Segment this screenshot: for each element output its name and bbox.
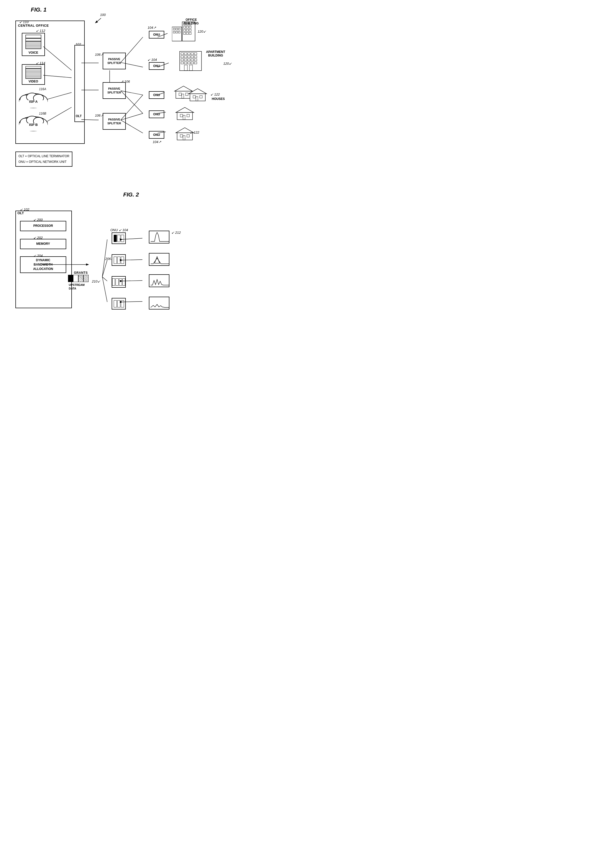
dba-label: DYNAMICBANDWIDTHALLOCATION bbox=[33, 258, 53, 271]
legend-onu: ONU = OPTICAL NETWORK UNIT bbox=[18, 159, 69, 165]
svg-line-94 bbox=[96, 18, 101, 22]
ref-104-2: ↙ 104 bbox=[148, 58, 157, 62]
onu-box-2: ONU bbox=[149, 62, 164, 70]
ref-104-3: 104↗ bbox=[153, 140, 161, 144]
fig2-container: FIG. 2 ↙ 102 OLT ↙ 200 PROCESSOR ↙ 202 M… bbox=[5, 190, 241, 339]
legend-box: OLT = OPTICAL LINE TERMINATOR ONU = OPTI… bbox=[15, 151, 72, 167]
processor-box: PROCESSOR bbox=[20, 221, 66, 231]
svg-rect-80 bbox=[190, 94, 205, 101]
svg-rect-0 bbox=[26, 35, 41, 38]
slot-hatched bbox=[78, 275, 84, 282]
onu-box-3: ONU bbox=[149, 91, 164, 99]
passive-splitter-3-label: PASSIVESPLITTER bbox=[107, 117, 121, 125]
svg-marker-115 bbox=[155, 256, 160, 263]
ref-110: ↙ 110 bbox=[19, 20, 29, 24]
ref-122-2: ↙ 122 bbox=[190, 131, 199, 134]
svg-rect-8 bbox=[26, 41, 41, 49]
upstream-data-label: UPSTREAMDATA bbox=[69, 283, 85, 290]
ref-100: 100 bbox=[100, 13, 106, 17]
fig2-title: FIG. 2 bbox=[123, 191, 139, 198]
passive-splitter-2-label: PASSIVESPLITTER bbox=[107, 87, 121, 94]
passive-splitter-2: PASSIVESPLITTER bbox=[103, 82, 126, 99]
ref-120-1: 120↙ bbox=[198, 29, 206, 34]
video-icon bbox=[24, 66, 43, 79]
central-office-label: CENTRAL OFFICE bbox=[18, 24, 49, 27]
page: FIG. 1 100 ↙ 110 CENTRAL OFFICE ↙ 112 bbox=[0, 0, 246, 344]
ref-106-3: 106↗ bbox=[95, 113, 103, 117]
fig2-ref-104: ONU ↙ 104 bbox=[110, 228, 128, 232]
onu-label-2: ONU bbox=[153, 64, 160, 68]
office-building-label: OFFICE BUILDING bbox=[179, 18, 203, 25]
memory-box: MEMORY bbox=[20, 239, 66, 249]
waveform-1-svg bbox=[149, 231, 169, 244]
voice-device: VOICE bbox=[22, 33, 45, 56]
svg-text:ISP B: ISP B bbox=[29, 123, 38, 127]
ref-112: ↙ 112 bbox=[36, 29, 45, 33]
waveform-4 bbox=[149, 297, 169, 310]
svg-text:ISP A: ISP A bbox=[29, 100, 38, 104]
video-device: VIDEO bbox=[22, 64, 45, 85]
olt-label: OLT bbox=[76, 114, 82, 118]
svg-rect-1 bbox=[26, 38, 41, 41]
svg-marker-84 bbox=[176, 107, 194, 113]
onu-slots-3 bbox=[112, 276, 126, 288]
onu-box-5: ONU bbox=[149, 131, 164, 139]
passive-splitter-3: PASSIVESPLITTER bbox=[103, 113, 126, 130]
memory-label: MEMORY bbox=[36, 242, 50, 246]
fig1-title: FIG. 1 bbox=[31, 6, 46, 13]
upstream-data-container bbox=[68, 275, 88, 282]
waveform-4-svg bbox=[149, 297, 169, 310]
isp-a-cloud: ISP A bbox=[18, 90, 49, 109]
grants-label: GRANTS bbox=[74, 271, 88, 274]
slot-black bbox=[68, 275, 73, 282]
ref-104-1: 104↗ bbox=[148, 26, 156, 29]
fig2-olt-label: OLT bbox=[17, 211, 24, 215]
ref-122-1: ↙ 122 bbox=[210, 93, 220, 96]
slot-crosshatched bbox=[84, 275, 88, 282]
ref-120-2: 120↙ bbox=[223, 62, 232, 66]
onu-box-1: ONU bbox=[149, 31, 164, 38]
legend-olt: OLT = OPTICAL LINE TERMINATOR bbox=[18, 154, 69, 159]
passive-splitter-1: PASSIVESPLITTER bbox=[103, 53, 126, 69]
ref-106-2: ↗ 106 bbox=[121, 79, 130, 84]
svg-rect-9 bbox=[26, 66, 41, 68]
fig2-ref-212: ↙ 212 bbox=[172, 231, 181, 235]
svg-line-118 bbox=[102, 260, 107, 277]
processor-label: PROCESSOR bbox=[33, 224, 53, 228]
svg-rect-18 bbox=[26, 68, 41, 79]
voice-label: VOICE bbox=[29, 51, 38, 55]
voice-icon bbox=[24, 34, 43, 51]
onu-slots-2 bbox=[112, 254, 126, 266]
onu-label-5: ONU bbox=[153, 133, 160, 137]
video-label: VIDEO bbox=[29, 79, 38, 83]
house-3-icon bbox=[172, 106, 198, 120]
waveform-3-svg bbox=[149, 275, 169, 287]
passive-splitter-1-label: PASSIVESPLITTER bbox=[107, 57, 121, 65]
ref-106-1: 106↗ bbox=[95, 53, 103, 56]
isp-b-cloud: ISP B bbox=[18, 113, 49, 132]
waveform-1 bbox=[149, 231, 169, 244]
onu-slots-1 bbox=[112, 232, 126, 244]
onu-label-3: ONU bbox=[153, 93, 160, 97]
olt-box bbox=[75, 45, 85, 122]
house-2-icon bbox=[185, 87, 210, 101]
onu-box-4: ONU bbox=[149, 110, 164, 118]
ref-102: 102 bbox=[76, 43, 81, 46]
onu-label-1: ONU bbox=[153, 33, 160, 37]
fig1-container: FIG. 1 100 ↙ 110 CENTRAL OFFICE ↙ 112 bbox=[5, 5, 241, 180]
dba-box: DYNAMICBANDWIDTHALLOCATION bbox=[20, 256, 66, 273]
svg-marker-79 bbox=[189, 88, 207, 94]
houses-label: HOUSES bbox=[212, 97, 225, 101]
fig2-ref-210: 210↙ bbox=[92, 279, 100, 283]
svg-line-120 bbox=[102, 277, 107, 302]
slot-white bbox=[73, 275, 78, 282]
svg-line-119 bbox=[102, 277, 107, 281]
svg-rect-85 bbox=[177, 113, 193, 120]
waveform-2-svg bbox=[149, 253, 169, 266]
waveform-3 bbox=[149, 274, 169, 287]
onu-slots-4 bbox=[112, 298, 126, 310]
onu-label-4: ONU bbox=[153, 113, 160, 116]
waveform-2 bbox=[149, 253, 169, 266]
apartment-building-label: APARTMENTBUILDING bbox=[203, 50, 228, 57]
